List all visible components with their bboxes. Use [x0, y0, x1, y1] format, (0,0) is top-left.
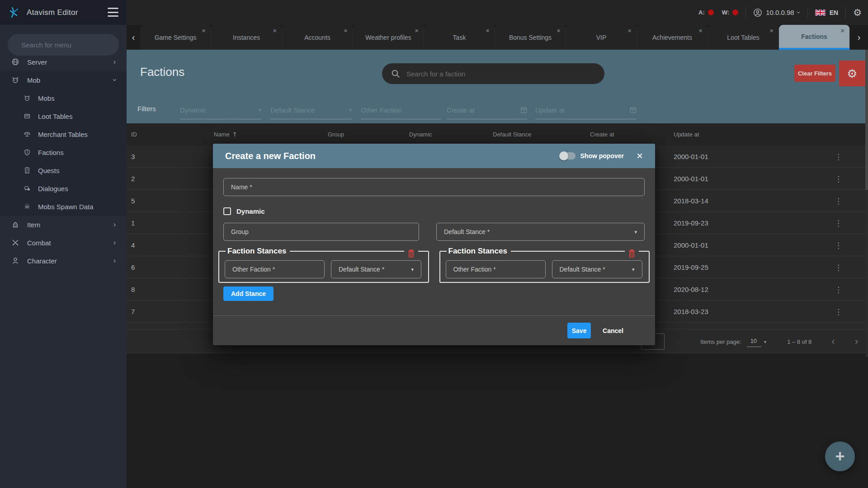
scroll-icon — [23, 167, 32, 174]
row-menu-kebab-icon[interactable]: ⋮ — [835, 168, 842, 190]
delete-stance-trash-icon[interactable] — [404, 249, 418, 258]
save-button[interactable]: Save — [567, 323, 591, 338]
sidebar-item-quests[interactable]: Quests — [0, 161, 127, 179]
filter-label: Create at — [447, 106, 520, 114]
tab-close-icon[interactable]: × — [202, 27, 206, 34]
column-header-id[interactable]: ID — [131, 123, 137, 145]
dynamic-checkbox[interactable] — [223, 207, 231, 215]
cell-id: 8 — [131, 278, 135, 300]
tab-close-icon[interactable]: × — [627, 27, 632, 34]
world-status-dot — [732, 9, 738, 15]
faction-search[interactable] — [382, 63, 604, 84]
hamburger-menu-icon[interactable] — [108, 8, 118, 17]
cell-update-at: 2000-01-01 — [674, 168, 708, 190]
faction-name-input[interactable] — [223, 178, 645, 196]
tab-factions-active[interactable]: Factions × — [779, 25, 850, 50]
tab-vip[interactable]: VIP × — [566, 25, 637, 50]
row-menu-kebab-icon[interactable]: ⋮ — [835, 278, 842, 300]
select-arrow-icon[interactable]: ▾ — [764, 339, 766, 344]
settings-gear-icon[interactable]: ⚙ — [853, 7, 862, 18]
table-settings-button[interactable]: ⚙ — [839, 61, 865, 86]
filter-update-at-datepicker[interactable]: Update at — [535, 101, 637, 119]
filter-create-at-datepicker[interactable]: Create at — [447, 101, 527, 119]
cancel-button[interactable]: Cancel — [598, 327, 628, 334]
row-menu-kebab-icon[interactable]: ⋮ — [835, 190, 842, 212]
filter-dynamic-select[interactable]: Dynamic ▾ — [180, 101, 261, 119]
tab-close-icon[interactable]: × — [557, 27, 561, 34]
sidebar-item-mobs[interactable]: Mobs — [0, 89, 127, 107]
tab-close-icon[interactable]: × — [415, 27, 419, 34]
tab-instances[interactable]: Instances × — [211, 25, 282, 50]
tab-task[interactable]: Task × — [424, 25, 495, 50]
modal-close-icon[interactable]: × — [637, 150, 643, 161]
items-per-page-select[interactable]: 10 — [747, 337, 761, 347]
tabs-scroll-right-icon[interactable]: › — [850, 25, 868, 50]
sidebar-item-mobs-spawn-data[interactable]: ☠ Mobs Spawn Data — [0, 197, 127, 216]
select-placeholder: Default Stance * — [444, 228, 634, 235]
show-popover-toggle[interactable] — [560, 152, 576, 160]
row-menu-kebab-icon[interactable]: ⋮ — [835, 145, 842, 168]
tab-label: Achievements — [652, 34, 692, 41]
row-menu-kebab-icon[interactable]: ⋮ — [835, 256, 842, 278]
tab-game-settings[interactable]: Game Settings × — [140, 25, 211, 50]
filter-default-stance-select[interactable]: Default Stance ▾ — [270, 101, 352, 119]
column-header-create-at[interactable]: Create at — [590, 123, 614, 145]
language-selector[interactable]: EN — [815, 9, 838, 16]
tab-loot-tables[interactable]: Loot Tables × — [708, 25, 779, 50]
sidebar-item-character[interactable]: Character › — [0, 252, 127, 270]
tab-accounts[interactable]: Accounts × — [282, 25, 353, 50]
add-stance-button[interactable]: Add Stance — [223, 286, 274, 301]
stance-default-stance-select[interactable]: Default Stance * ▾ — [331, 260, 421, 278]
page-header: Factions Clear Filters ⚙ Filters Dynamic… — [127, 50, 868, 123]
tab-close-icon[interactable]: × — [769, 27, 774, 34]
default-stance-select[interactable]: Default Stance * ▾ — [436, 223, 645, 241]
sidebar-item-server[interactable]: Server › — [0, 53, 127, 71]
other-faction-input[interactable] — [225, 260, 325, 278]
tabs-scroll-left-icon[interactable]: ‹ — [127, 25, 140, 50]
sidebar-search[interactable] — [8, 34, 119, 56]
row-menu-kebab-icon[interactable]: ⋮ — [835, 300, 842, 323]
select-arrow-icon: ▾ — [634, 229, 637, 235]
tab-bonus-settings[interactable]: Bonus Settings × — [495, 25, 566, 50]
sidebar-item-mob[interactable]: Mob › — [0, 71, 127, 89]
sidebar-item-combat[interactable]: Combat › — [0, 234, 127, 252]
sidebar-item-label: Merchant Tables — [38, 131, 116, 138]
previous-page-icon[interactable]: ‹ — [831, 336, 835, 347]
row-menu-kebab-icon[interactable]: ⋮ — [835, 234, 842, 256]
tab-weather-profiles[interactable]: Weather profiles × — [353, 25, 424, 50]
tab-achievements[interactable]: Achievements × — [637, 25, 708, 50]
group-input[interactable] — [223, 223, 419, 241]
person-icon — [11, 257, 20, 265]
column-header-name[interactable]: Name ↑ — [214, 123, 237, 145]
next-page-icon[interactable]: › — [855, 336, 858, 347]
stance-default-stance-select[interactable]: Default Stance * ▾ — [552, 260, 642, 278]
row-menu-kebab-icon[interactable]: ⋮ — [835, 212, 842, 234]
tab-close-icon[interactable]: × — [344, 27, 348, 34]
sidebar-item-merchant-tables[interactable]: Merchant Tables — [0, 125, 127, 143]
column-header-group[interactable]: Group — [328, 123, 344, 145]
scrollbar-thumb[interactable] — [865, 50, 868, 190]
column-header-dynamic[interactable]: Dynamic — [409, 123, 432, 145]
filter-other-faction-input[interactable]: Other Faction — [361, 101, 441, 119]
sidebar-item-dialogues[interactable]: Dialogues — [0, 179, 127, 197]
tab-close-icon[interactable]: × — [840, 27, 844, 34]
tab-close-icon[interactable]: × — [698, 27, 703, 34]
column-header-update-at[interactable]: Update at — [674, 123, 699, 145]
sidebar-search-input[interactable] — [21, 41, 111, 49]
plus-icon: + — [835, 447, 844, 466]
sidebar-item-label: Item — [27, 221, 113, 229]
clear-filters-button[interactable]: Clear Filters — [794, 65, 835, 82]
add-faction-fab[interactable]: + — [825, 441, 855, 471]
faction-search-input[interactable] — [406, 70, 595, 78]
other-faction-input[interactable] — [446, 260, 546, 278]
tab-close-icon[interactable]: × — [273, 27, 277, 34]
sidebar-item-label: Factions — [38, 149, 116, 156]
sidebar-item-item[interactable]: Item › — [0, 216, 127, 234]
vertical-scrollbar[interactable] — [865, 50, 868, 357]
delete-stance-trash-icon[interactable] — [625, 249, 639, 258]
server-selector[interactable]: 10.0.0.98 › — [753, 8, 800, 17]
sidebar-item-loot-tables[interactable]: Loot Tables — [0, 107, 127, 125]
tab-close-icon[interactable]: × — [486, 27, 490, 34]
column-header-default-stance[interactable]: Default Stance — [493, 123, 531, 145]
sidebar-item-factions[interactable]: Factions — [0, 143, 127, 161]
